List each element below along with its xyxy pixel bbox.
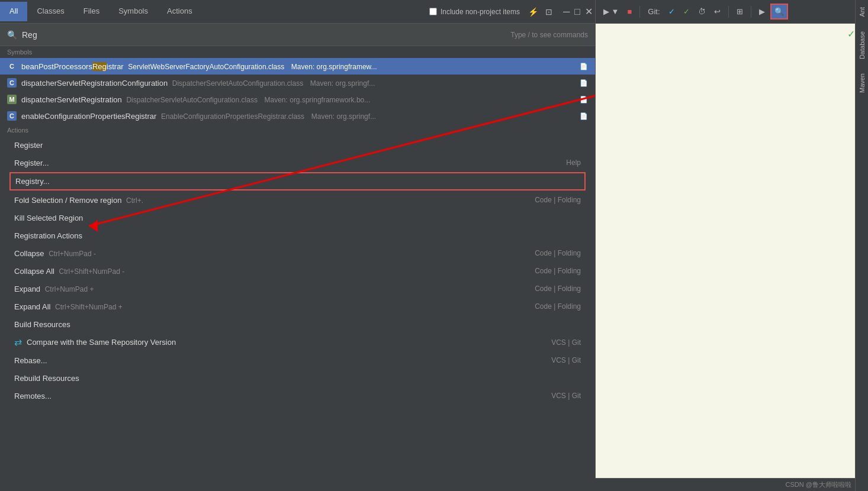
- result-icon-1: C: [7, 78, 17, 88]
- result-icon-0: C: [7, 62, 17, 71]
- result-row-2[interactable]: M dispatcherServletRegistration Dispatch…: [0, 91, 595, 108]
- git-history-btn[interactable]: ⏱: [695, 5, 709, 18]
- action-label-0: Register: [14, 141, 581, 150]
- shortcut-3: Ctrl+.: [126, 196, 143, 205]
- shortcut-6: Ctrl+NumPad -: [49, 250, 96, 258]
- action-label-13: Rebuild Resources: [14, 374, 581, 383]
- git-commit-btn[interactable]: ✓: [680, 5, 693, 18]
- right-content: ✓: [596, 24, 868, 491]
- side-tab-database[interactable]: Database: [857, 24, 867, 66]
- action-label-7: Collapse All Ctrl+Shift+NumPad -: [14, 267, 535, 276]
- result-location-3: Maven: org.springf...: [311, 112, 376, 121]
- action-row-0[interactable]: Register: [0, 136, 595, 154]
- shortcut-8: Ctrl+NumPad +: [45, 285, 94, 293]
- results-area: Symbols C beanPostProcessorsRegistrar Se…: [0, 46, 595, 491]
- toolbar-separator-2: [728, 6, 729, 18]
- result-location-0: Maven: org.springframew...: [291, 63, 377, 71]
- structure-btn[interactable]: ⊞: [734, 5, 746, 18]
- result-name-1: dispatcherServletRegistrationConfigurati…: [21, 79, 168, 88]
- include-non-project-label: Include non-project items: [441, 8, 520, 16]
- action-row-7[interactable]: Collapse All Ctrl+Shift+NumPad - Code | …: [0, 262, 595, 280]
- git-label: Git:: [645, 5, 663, 18]
- minimize-btn[interactable]: ─: [561, 4, 572, 20]
- action-category-6: Code | Folding: [535, 249, 581, 257]
- maximize-btn[interactable]: □: [572, 4, 583, 20]
- git-revert-btn[interactable]: ↩: [711, 5, 724, 18]
- result-row-0[interactable]: C beanPostProcessorsRegistrar ServletWeb…: [0, 58, 595, 75]
- bottom-bar: CSDN @鲁大师啦啦啦 ⚙: [595, 478, 868, 491]
- result-file-icon-2: 📄: [580, 96, 588, 104]
- action-row-13[interactable]: Rebuild Resources: [0, 369, 595, 387]
- result-class-1: DispatcherServletAutoConfiguration.class: [172, 79, 303, 88]
- action-row-12[interactable]: Rebase... VCS | Git: [0, 351, 595, 369]
- side-tab-ant[interactable]: Ant: [857, 0, 867, 24]
- run-config-btn[interactable]: ▶ ▼: [600, 5, 622, 18]
- vcs-icon-11: ⇄: [14, 337, 22, 348]
- action-row-4[interactable]: Kill Selected Region: [0, 209, 595, 227]
- action-row-14[interactable]: Remotes... VCS | Git: [0, 387, 595, 405]
- result-row-1[interactable]: C dispatcherServletRegistrationConfigura…: [0, 75, 595, 91]
- action-row-9[interactable]: Expand All Ctrl+Shift+NumPad + Code | Fo…: [0, 298, 595, 315]
- action-category-12: VCS | Git: [551, 356, 581, 364]
- action-label-5: Registration Actions: [14, 231, 581, 240]
- action-row-6[interactable]: Collapse Ctrl+NumPad - Code | Folding: [0, 244, 595, 262]
- search-input[interactable]: [22, 30, 506, 40]
- filter-icon-btn[interactable]: ⚡: [525, 5, 542, 19]
- result-main-2: dispatcherServletRegistration Dispatcher…: [21, 95, 580, 104]
- action-row-10[interactable]: Build Resources: [0, 315, 595, 333]
- action-row-5[interactable]: Registration Actions: [0, 227, 595, 244]
- result-name-2: dispatcherServletRegistration: [21, 95, 122, 104]
- expand-btn[interactable]: ⊡: [542, 5, 556, 19]
- action-label-1: Register...: [14, 159, 566, 167]
- action-row-2[interactable]: Registry...: [9, 172, 586, 190]
- result-main-0: beanPostProcessorsRegistrar ServletWebSe…: [21, 62, 580, 71]
- result-file-icon-1: 📄: [580, 79, 588, 87]
- tab-bar: All Classes Files Symbols Actions Includ…: [0, 0, 595, 24]
- action-row-3[interactable]: Fold Selection / Remove region Ctrl+. Co…: [0, 191, 595, 209]
- tab-files[interactable]: Files: [74, 2, 109, 21]
- action-row-8[interactable]: Expand Ctrl+NumPad + Code | Folding: [0, 280, 595, 298]
- action-label-6: Collapse Ctrl+NumPad -: [14, 249, 535, 258]
- result-main-1: dispatcherServletRegistrationConfigurati…: [21, 79, 580, 88]
- search-btn[interactable]: 🔍: [770, 4, 788, 20]
- result-location-2: Maven: org.springframework.bo...: [265, 96, 371, 104]
- action-category-11: VCS | Git: [551, 338, 581, 347]
- side-tab-maven[interactable]: Maven: [857, 66, 867, 100]
- result-highlight-0: Reg: [92, 62, 107, 71]
- action-category-7: Code | Folding: [535, 267, 581, 275]
- close-btn[interactable]: ✕: [583, 4, 595, 20]
- result-location-1: Maven: org.springf...: [310, 79, 375, 88]
- action-label-3: Fold Selection / Remove region Ctrl+.: [14, 196, 535, 205]
- include-non-project-checkbox[interactable]: [429, 8, 437, 15]
- action-row-1[interactable]: Register... Help: [0, 154, 595, 172]
- toolbar-separator-1: [639, 6, 640, 18]
- result-main-3: enableConfigurationPropertiesRegistrar E…: [21, 112, 580, 121]
- bottom-text: CSDN @鲁大师啦啦啦: [786, 480, 851, 489]
- run-btn[interactable]: ▶: [756, 5, 768, 18]
- actions-section-header: Actions: [0, 124, 595, 136]
- tab-all[interactable]: All: [0, 2, 27, 21]
- action-category-8: Code | Folding: [535, 285, 581, 293]
- stop-btn[interactable]: ■: [624, 5, 635, 18]
- shortcut-9: Ctrl+Shift+NumPad +: [55, 303, 123, 311]
- result-file-icon-3: 📄: [580, 112, 588, 120]
- tab-classes[interactable]: Classes: [27, 2, 73, 21]
- action-category-3: Code | Folding: [535, 196, 581, 204]
- git-update-btn[interactable]: ✓: [666, 5, 678, 18]
- right-toolbar: ▶ ▼ ■ Git: ✓ ✓ ⏱ ↩ ⊞ ▶ 🔍: [596, 0, 868, 24]
- result-row-3[interactable]: C enableConfigurationPropertiesRegistrar…: [0, 108, 595, 124]
- search-hint: Type / to see commands: [510, 31, 588, 39]
- tab-actions[interactable]: Actions: [157, 2, 202, 21]
- action-label-11: Compare with the Same Repository Version: [27, 338, 551, 347]
- action-category-9: Code | Folding: [535, 302, 581, 311]
- tab-symbols[interactable]: Symbols: [109, 2, 157, 21]
- result-class-3: EnableConfigurationPropertiesRegistrar.c…: [161, 112, 304, 121]
- right-panel: ▶ ▼ ■ Git: ✓ ✓ ⏱ ↩ ⊞ ▶ 🔍 ✓ Ant Database …: [595, 0, 868, 491]
- action-label-12: Rebase...: [14, 356, 551, 365]
- result-name-prefix-0: beanPostProcessors: [21, 62, 92, 71]
- action-label-10: Build Resources: [14, 320, 581, 329]
- action-row-11[interactable]: ⇄ Compare with the Same Repository Versi…: [0, 333, 595, 351]
- action-label-2: Registry...: [15, 177, 580, 186]
- result-file-icon-0: 📄: [580, 63, 588, 70]
- action-category-1: Help: [566, 159, 581, 167]
